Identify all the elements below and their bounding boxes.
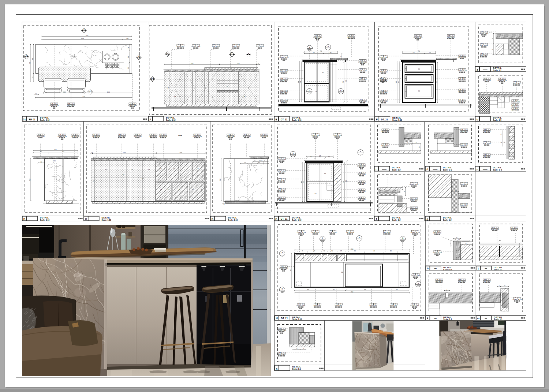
svg-text:01: 01	[416, 303, 417, 305]
svg-text:PA: PA	[484, 154, 486, 155]
svg-text:01: 01	[283, 188, 284, 190]
svg-text:MT: MT	[460, 99, 461, 101]
svg-text:PAINT BOARD: PAINT BOARD	[383, 232, 391, 234]
svg-text:300: 300	[328, 156, 330, 158]
svg-text:CE: CE	[435, 250, 436, 252]
svg-text:WD: WD	[135, 134, 137, 135]
svg-text:PAINT BOARD: PAINT BOARD	[458, 281, 466, 282]
svg-text:Scale: 1:10: Scale: 1:10	[40, 219, 49, 221]
svg-text:Scale: 1:12: Scale: 1:12	[40, 119, 49, 121]
svg-text:c: c	[376, 168, 377, 171]
svg-text:01: 01	[303, 230, 304, 232]
svg-text:150: 150	[429, 52, 431, 53]
svg-text:484: 484	[307, 289, 309, 290]
svg-text:CE: CE	[299, 230, 300, 232]
svg-text:550: 550	[62, 151, 64, 153]
svg-text:PA: PA	[381, 90, 382, 92]
svg-text:METAL FINISH: METAL FINISH	[410, 199, 418, 201]
svg-text:METAL FINISH: METAL FINISH	[359, 101, 367, 102]
svg-text:Scale: 1: 2: Scale: 1: 2	[443, 169, 452, 171]
svg-text:01: 01	[488, 279, 489, 280]
svg-text:PA: PA	[281, 78, 283, 79]
svg-text:WD: WD	[38, 134, 40, 135]
svg-text:90: 90	[340, 56, 342, 57]
svg-text:PAINT BOARD: PAINT BOARD	[118, 136, 126, 137]
svg-text:01: 01	[261, 44, 262, 46]
svg-text:01: 01	[134, 103, 135, 104]
svg-text:MT: MT	[330, 230, 332, 232]
svg-text:MT: MT	[484, 141, 486, 143]
svg-text:a: a	[309, 46, 310, 48]
svg-text:Scale: 1:2: Scale: 1:2	[392, 219, 401, 221]
svg-text:MT: MT	[359, 189, 361, 190]
svg-text:CERAMIC PLATE: CERAMIC PLATE	[297, 232, 306, 234]
svg-text:——: ——	[483, 168, 488, 171]
svg-text:METAL FINISH: METAL FINISH	[280, 101, 288, 102]
svg-text:PAINT BOARD: PAINT BOARD	[380, 80, 388, 81]
svg-text:WOOD FINISH: WOOD FINISH	[256, 46, 264, 48]
svg-text:CE: CE	[413, 273, 415, 275]
svg-text:PAINT BOARD: PAINT BOARD	[483, 131, 491, 132]
svg-text:700: 700	[32, 58, 34, 60]
svg-text:30: 30	[501, 142, 502, 143]
svg-text:——: ——	[382, 217, 386, 220]
svg-text:CERAMIC PLATE: CERAMIC PLATE	[226, 136, 235, 137]
svg-text:CE: CE	[513, 100, 514, 101]
svg-text:01: 01	[485, 43, 486, 45]
svg-text:METAL FINISH: METAL FINISH	[329, 232, 336, 234]
svg-text:PA: PA	[383, 129, 384, 130]
svg-text:36: 36	[456, 237, 458, 239]
svg-text:METAL FINISH: METAL FINISH	[358, 199, 366, 200]
svg-text:330: 330	[313, 52, 315, 53]
svg-text:CERAMIC PLATE: CERAMIC PLATE	[513, 299, 522, 300]
svg-text:PA: PA	[336, 303, 337, 305]
svg-text:MT: MT	[512, 227, 513, 228]
svg-text:384: 384	[354, 250, 356, 252]
svg-text:160: 160	[331, 250, 333, 252]
svg-text:METAL FINISH: METAL FINISH	[434, 232, 441, 234]
svg-text:01: 01	[363, 172, 364, 173]
svg-text:METAL FINISH: METAL FINISH	[311, 232, 319, 234]
svg-text:900: 900	[396, 81, 397, 83]
svg-text:METAL FINISH: METAL FINISH	[491, 229, 499, 230]
svg-text:900: 900	[298, 81, 299, 83]
svg-text:419: 419	[131, 169, 132, 171]
svg-text:01: 01	[319, 35, 320, 36]
svg-text:70: 70	[492, 38, 493, 40]
svg-text:75: 75	[302, 250, 303, 252]
svg-text:Scale: 1:2: Scale: 1:2	[493, 69, 502, 71]
svg-text:MT: MT	[492, 227, 494, 228]
svg-text:—: —	[219, 217, 222, 220]
svg-text:CE: CE	[279, 328, 281, 329]
svg-text:METAL FINISH: METAL FINISH	[382, 145, 389, 147]
svg-text:PA: PA	[371, 303, 372, 305]
svg-text:MT: MT	[381, 70, 382, 71]
svg-text:MT: MT	[348, 230, 349, 232]
svg-text:01: 01	[164, 134, 166, 135]
svg-text:PA: PA	[279, 178, 281, 180]
svg-text:01: 01	[515, 227, 517, 228]
svg-text:01: 01	[417, 273, 418, 275]
svg-text:01: 01	[283, 178, 284, 180]
svg-text:01: 01	[364, 99, 365, 101]
svg-text:200: 200	[32, 76, 34, 78]
svg-text:MT: MT	[360, 99, 362, 101]
svg-text:850: 850	[220, 179, 221, 181]
svg-text:01: 01	[283, 352, 284, 354]
svg-text:PAINT BOARD: PAINT BOARD	[150, 136, 157, 137]
svg-text:WD: WD	[484, 78, 486, 79]
svg-text:2350: 2350	[351, 249, 354, 250]
svg-text:MT: MT	[381, 99, 382, 101]
svg-text:Scale: 1:10: Scale: 1:10	[292, 318, 302, 320]
svg-text:01: 01	[438, 250, 440, 252]
svg-text:01: 01	[139, 134, 140, 135]
svg-text:——: ——	[483, 118, 488, 121]
svg-text:h: h	[282, 252, 283, 254]
svg-text:02: 02	[72, 103, 74, 104]
svg-text:01: 01	[463, 99, 465, 101]
svg-text:MT: MT	[244, 134, 246, 135]
svg-text:PAINT BOARD: PAINT BOARD	[370, 305, 377, 307]
svg-text:01: 01	[503, 78, 505, 79]
svg-text:01: 01	[364, 68, 365, 70]
svg-text:01: 01	[518, 297, 520, 299]
